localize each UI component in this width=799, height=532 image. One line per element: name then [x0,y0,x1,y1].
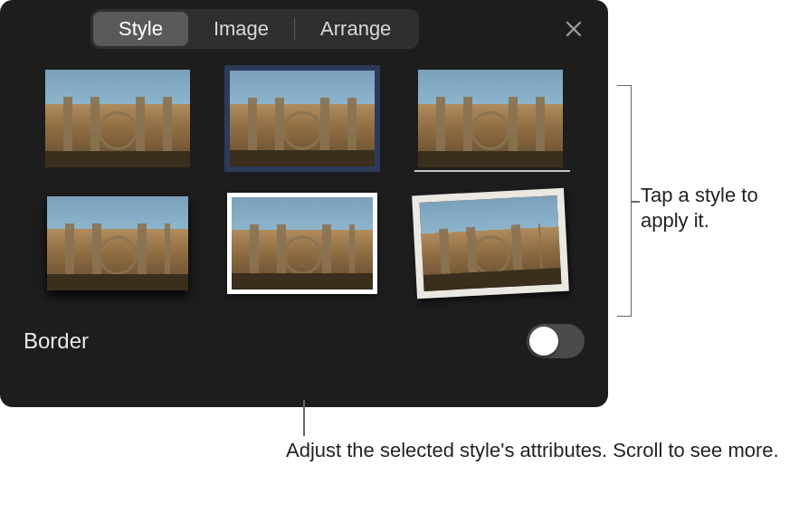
tab-arrange[interactable]: Arrange [295,12,416,46]
callout-top: Tap a style to apply it. [641,183,799,233]
close-icon[interactable] [563,18,585,40]
tab-bar: Style Image Arrange [90,9,419,49]
style-option-dark-frame[interactable] [224,65,380,172]
border-toggle[interactable] [527,324,585,358]
style-option-plain[interactable] [45,65,190,172]
callout-lead-line [303,400,305,436]
toggle-knob [529,327,558,356]
style-option-reflection[interactable] [414,65,566,172]
tab-style[interactable]: Style [93,12,188,46]
callout-bracket [617,85,632,317]
style-grid [18,65,590,297]
style-option-white-border[interactable] [224,190,380,297]
style-option-polaroid[interactable] [412,186,569,301]
border-row: Border [18,324,590,358]
format-panel: Style Image Arrange Border [0,0,608,407]
border-label: Border [24,328,89,354]
callout-bottom: Adjust the selected style's attributes. … [286,438,779,463]
tab-image[interactable]: Image [188,12,294,46]
panel-header: Style Image Arrange [18,9,590,49]
style-option-drop-shadow[interactable] [45,190,190,297]
